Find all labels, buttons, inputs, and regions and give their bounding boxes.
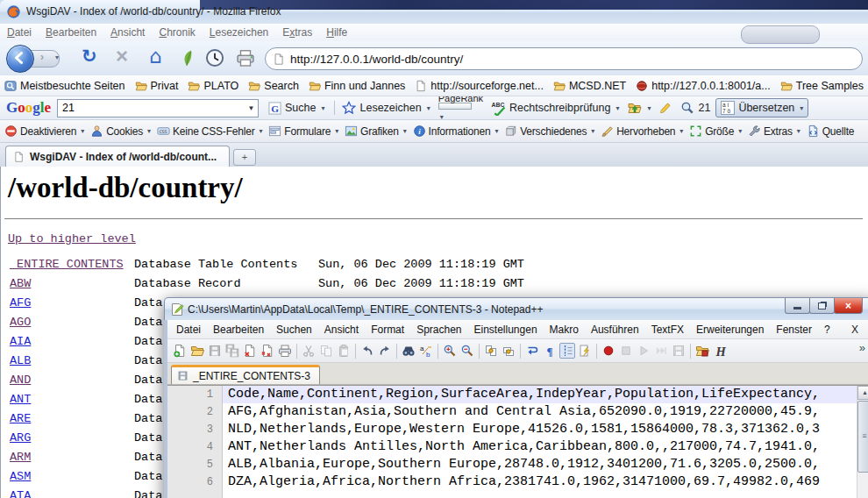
print-button[interactable] xyxy=(277,343,293,359)
menu-datei[interactable]: Datei xyxy=(0,24,39,39)
open-file-button[interactable] xyxy=(189,343,205,359)
webdev-tools-button[interactable]: Extras xyxy=(748,125,800,138)
url-bar[interactable] xyxy=(265,47,863,70)
stop-button[interactable]: × xyxy=(116,46,128,67)
editor-text-area[interactable]: Code,Name,Continent,Region,SurfaceArea,I… xyxy=(223,386,857,498)
npp-menu-sprachen[interactable]: Sprachen xyxy=(410,322,467,338)
save-all-button[interactable] xyxy=(224,343,240,359)
npp-menu-suchen[interactable]: Suchen xyxy=(270,322,318,338)
google-search-box[interactable]: ▼ xyxy=(57,99,259,117)
play-macro-button[interactable] xyxy=(636,343,651,359)
webdev-forms-button[interactable]: Formulare xyxy=(268,125,338,138)
highlight-button[interactable] xyxy=(656,99,675,117)
npp-menu-einstellungen[interactable]: Einstellungen xyxy=(468,322,544,338)
word-wrap-button[interactable] xyxy=(524,343,540,359)
zoom-in-button[interactable] xyxy=(442,343,458,359)
scrollbar-thumb[interactable]: ≡ xyxy=(857,401,868,473)
menu-chronik[interactable]: Chronik xyxy=(152,24,202,39)
close-all-button[interactable] xyxy=(260,343,275,359)
paste-button[interactable] xyxy=(336,343,352,359)
webdev-misc-button[interactable]: Verschiedenes xyxy=(504,125,594,138)
close-button[interactable]: × xyxy=(834,298,863,314)
search-dropdown-icon[interactable]: ▼ xyxy=(245,104,258,112)
pagerank-indicator[interactable]: PageRank xyxy=(436,96,486,120)
cut-button[interactable] xyxy=(301,343,317,359)
find-button[interactable] xyxy=(401,343,416,359)
directory-entry-link[interactable]: AFG xyxy=(10,294,31,313)
home-button[interactable]: ⌂ xyxy=(149,46,162,68)
notepad-titlebar[interactable]: C:\Users\Martin\AppData\Local\Temp\_ENTI… xyxy=(164,297,868,320)
show-all-characters-button[interactable]: ¶ xyxy=(542,343,558,359)
spellcheck-button[interactable]: ABC Rechtschreibprüfung xyxy=(488,99,622,117)
url-input[interactable] xyxy=(290,53,862,66)
save-macro-button[interactable] xyxy=(671,343,687,359)
restore-button[interactable] xyxy=(809,298,835,314)
webdev-source-button[interactable]: Quellte xyxy=(807,125,855,138)
menu-ansicht[interactable]: Ansicht xyxy=(103,24,152,39)
function-completion-button[interactable] xyxy=(577,343,593,359)
webdev-resize-button[interactable]: Größe xyxy=(689,125,742,138)
find-count-button[interactable]: 21 xyxy=(678,99,713,117)
bookmark-item[interactable]: Meistbesuchte Seiten xyxy=(4,80,125,92)
save-button[interactable] xyxy=(207,343,223,359)
bookmark-item[interactable]: http://sourceforge.net... xyxy=(415,80,544,92)
npp-menu-ansicht[interactable]: Ansicht xyxy=(318,322,365,338)
directory-entry-link[interactable]: AGO xyxy=(10,313,31,332)
directory-entry-link[interactable]: ANT xyxy=(10,390,31,409)
plugin-button[interactable] xyxy=(694,343,710,359)
webdev-outline-button[interactable]: Hervorheben xyxy=(601,125,683,138)
google-search-input[interactable] xyxy=(58,102,245,114)
directory-entry-link[interactable]: ASM xyxy=(10,467,31,487)
npp-menu-?[interactable]: ? xyxy=(818,322,836,338)
close-file-button[interactable] xyxy=(242,343,258,359)
close-document-menu-button[interactable]: X xyxy=(846,322,864,338)
printer-icon[interactable] xyxy=(235,48,256,68)
bookmark-item[interactable]: PLATO xyxy=(188,80,238,92)
record-macro-button[interactable] xyxy=(601,343,616,359)
reload-button[interactable]: ↻ xyxy=(82,47,97,66)
rss-leaf-icon[interactable] xyxy=(178,48,196,68)
google-bookmarks-button[interactable]: Lesezeichen xyxy=(339,99,432,117)
npp-menu-format[interactable]: Format xyxy=(365,322,410,338)
back-button[interactable] xyxy=(6,45,34,73)
document-tab[interactable]: _ENTIRE_CONTENTS-3 xyxy=(171,365,320,384)
bookmark-item[interactable]: Tree Samples xyxy=(780,80,864,92)
scroll-up-arrow[interactable]: ▲ xyxy=(857,386,868,400)
webdev-info-button[interactable]: iInformationen xyxy=(413,125,499,138)
google-search-button[interactable]: G Suche xyxy=(266,100,327,117)
stop-macro-button[interactable] xyxy=(618,343,634,359)
up-to-higher-level-link[interactable]: Up to higher level xyxy=(8,232,136,245)
webdev-disable-button[interactable]: Deaktivieren xyxy=(4,125,84,138)
translate-button[interactable]: a í7 ö Übersetzen xyxy=(715,98,808,117)
new-tab-button[interactable]: + xyxy=(233,149,256,166)
replace-button[interactable]: ab xyxy=(418,343,434,359)
toolbar-overflow-chevron[interactable]: » xyxy=(859,341,865,354)
directory-entry-link[interactable]: ATA xyxy=(10,487,31,498)
bookmark-item[interactable]: Finn und Jannes xyxy=(309,80,405,92)
directory-entry-link[interactable]: AND xyxy=(10,371,31,390)
minimize-button[interactable] xyxy=(785,298,810,314)
webdev-cookies-button[interactable]: Cookies xyxy=(90,125,151,138)
npp-menu-datei[interactable]: Datei xyxy=(170,322,207,338)
send-to-button[interactable] xyxy=(624,99,653,117)
directory-entry-link[interactable]: ALB xyxy=(10,352,31,371)
menu-hilfe[interactable]: Hilfe xyxy=(319,24,354,39)
text-editor[interactable]: 123456 Code,Name,Continent,Region,Surfac… xyxy=(167,385,868,498)
directory-entry-link[interactable]: AIA xyxy=(10,332,31,352)
bookmark-item[interactable]: Privat xyxy=(135,80,179,92)
menu-lesezeichen[interactable]: Lesezeichen xyxy=(203,24,275,39)
npp-menu-textfx[interactable]: TextFX xyxy=(645,322,690,338)
sync-vertical-button[interactable] xyxy=(483,343,499,359)
sync-horizontal-button[interactable] xyxy=(501,343,516,359)
browser-tab[interactable]: WsgiDAV - Index of /world-db/count... xyxy=(5,146,230,167)
menu-bearbeiten[interactable]: Bearbeiten xyxy=(39,24,103,39)
textfx-html-button[interactable]: H xyxy=(712,343,728,359)
zoom-out-button[interactable] xyxy=(459,343,475,359)
bookmark-item[interactable]: Search xyxy=(248,80,299,92)
npp-menu-makro[interactable]: Makro xyxy=(544,322,585,338)
indent-guide-button[interactable] xyxy=(559,343,575,359)
bookmark-item[interactable]: http://127.0.0.1:8001/a... xyxy=(636,80,771,92)
vertical-scrollbar[interactable]: ▲ ≡ xyxy=(857,386,868,498)
bookmark-item[interactable]: MCSD.NET xyxy=(553,80,626,92)
history-dropdown-icon[interactable]: ▾ xyxy=(55,53,59,61)
